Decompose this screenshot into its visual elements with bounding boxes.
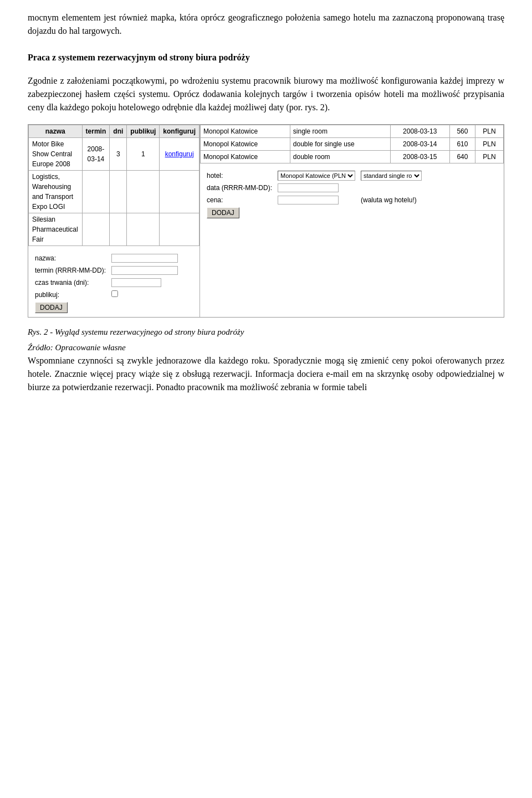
right-panel: Monopol Katowice single room 2008-03-13 … xyxy=(200,125,504,317)
form-row-dodaj: DODAJ xyxy=(33,301,180,314)
cell-konfiguruj xyxy=(160,213,200,246)
table-row: Silesian Pharmaceutical Fair xyxy=(29,213,200,246)
dodaj-button-right[interactable]: DODAJ xyxy=(207,207,239,218)
room-date: 2008-03-14 xyxy=(390,138,449,151)
cell-dni xyxy=(110,171,127,213)
room-row: Monopol Katowice single room 2008-03-13 … xyxy=(201,125,504,138)
col-publikuj: publikuj xyxy=(127,125,160,138)
room-date: 2008-03-13 xyxy=(390,125,449,138)
room-price: 610 xyxy=(449,138,475,151)
cell-termin xyxy=(82,213,110,246)
room-hotel: Monopol Katowice xyxy=(201,125,290,138)
form-row-publikuj: publikuj: xyxy=(33,289,180,300)
form-row-dodaj-right: DODAJ xyxy=(204,207,424,219)
cell-publikuj: 1 xyxy=(127,138,160,171)
form-row-termin: termin (RRRR-MM-DD): xyxy=(33,265,180,276)
cell-publikuj xyxy=(127,213,160,246)
room-currency: PLN xyxy=(475,138,503,151)
label-waluta: (waluta wg hotelu!) xyxy=(359,195,424,206)
col-nazwa: nazwa xyxy=(29,125,83,138)
paragraph-3: Wspomniane czynności są zwykle jednorazo… xyxy=(28,354,504,394)
cell-dni: 3 xyxy=(110,138,127,171)
form-row-czas: czas trwania (dni): xyxy=(33,277,180,288)
col-konfiguruj: konfiguruj xyxy=(160,125,200,138)
paragraph-1: mocnym elementem jest również mapka, któ… xyxy=(28,11,504,38)
checkbox-publikuj[interactable] xyxy=(111,290,118,297)
room-type: single room xyxy=(290,125,390,138)
room-row: Monopol Katowice double room 2008-03-15 … xyxy=(201,151,504,163)
form-row-hotel: hotel: Monopol Katowice (PLN) standard s… xyxy=(204,170,424,181)
label-publikuj: publikuj: xyxy=(33,289,108,300)
rooms-table: Monopol Katowice single room 2008-03-13 … xyxy=(200,125,504,163)
figure-caption: Rys. 2 - Wygląd systemu rezerwacyjnego o… xyxy=(28,325,504,339)
room-type: double for single use xyxy=(290,138,390,151)
input-nazwa[interactable] xyxy=(111,254,178,263)
form-row-nazwa: nazwa: xyxy=(33,253,180,264)
figure-source: Źródło: Opracowanie własne xyxy=(28,341,504,354)
cell-publikuj xyxy=(127,171,160,213)
form-row-cena: cena: (waluta wg hotelu!) xyxy=(204,195,424,206)
table-row: Logistics, Warehousing and Transport Exp… xyxy=(29,171,200,213)
room-type: double room xyxy=(290,151,390,163)
left-panel: nazwa termin dni publikuj konfiguruj Mot… xyxy=(28,125,200,317)
room-date: 2008-03-15 xyxy=(390,151,449,163)
label-czas: czas trwania (dni): xyxy=(33,277,108,288)
cell-termin xyxy=(82,171,110,213)
figure-2: nazwa termin dni publikuj konfiguruj Mot… xyxy=(28,124,504,318)
label-cena: cena: xyxy=(204,195,274,206)
add-room-form: hotel: Monopol Katowice (PLN) standard s… xyxy=(200,167,504,222)
select-hotel[interactable]: Monopol Katowice (PLN) xyxy=(278,171,355,181)
room-row: Monopol Katowice double for single use 2… xyxy=(201,138,504,151)
cell-nazwa: Silesian Pharmaceutical Fair xyxy=(29,213,83,246)
cell-dni xyxy=(110,213,127,246)
add-room-form-table: hotel: Monopol Katowice (PLN) standard s… xyxy=(203,169,425,220)
room-price: 640 xyxy=(449,151,475,163)
add-form-table: nazwa: termin (RRRR-MM-DD): czas trwania… xyxy=(32,252,181,315)
room-hotel: Monopol Katowice xyxy=(201,138,290,151)
room-hotel: Monopol Katowice xyxy=(201,151,290,163)
events-table: nazwa termin dni publikuj konfiguruj Mot… xyxy=(28,125,200,246)
input-termin[interactable] xyxy=(111,266,178,275)
cell-nazwa: Motor Bike Show Central Europe 2008 xyxy=(29,138,83,171)
input-czas[interactable] xyxy=(111,278,161,287)
col-termin: termin xyxy=(82,125,110,138)
col-dni: dni xyxy=(110,125,127,138)
table-row: Motor Bike Show Central Europe 2008 2008… xyxy=(29,138,200,171)
input-cena[interactable] xyxy=(278,196,339,204)
room-currency: PLN xyxy=(475,151,503,163)
label-data: data (RRRR-MM-DD): xyxy=(204,182,274,193)
label-termin: termin (RRRR-MM-DD): xyxy=(33,265,108,276)
paragraph-2: Zgodnie z założeniami początkowymi, po w… xyxy=(28,74,504,114)
room-price: 560 xyxy=(449,125,475,138)
dodaj-button-left[interactable]: DODAJ xyxy=(35,302,68,313)
label-nazwa: nazwa: xyxy=(33,253,108,264)
select-room-type[interactable]: standard single room xyxy=(361,171,422,181)
input-data[interactable] xyxy=(278,183,339,192)
form-row-data: data (RRRR-MM-DD): xyxy=(204,182,424,193)
cell-nazwa: Logistics, Warehousing and Transport Exp… xyxy=(29,171,83,213)
add-event-form: nazwa: termin (RRRR-MM-DD): czas trwania… xyxy=(28,249,200,317)
label-hotel: hotel: xyxy=(204,170,274,181)
room-currency: PLN xyxy=(475,125,503,138)
section-heading: Praca z systemem rezerwacyjnym od strony… xyxy=(28,51,504,64)
cell-konfiguruj[interactable]: konfiguruj xyxy=(160,138,200,171)
cell-termin: 2008-03-14 xyxy=(82,138,110,171)
cell-konfiguruj xyxy=(160,171,200,213)
